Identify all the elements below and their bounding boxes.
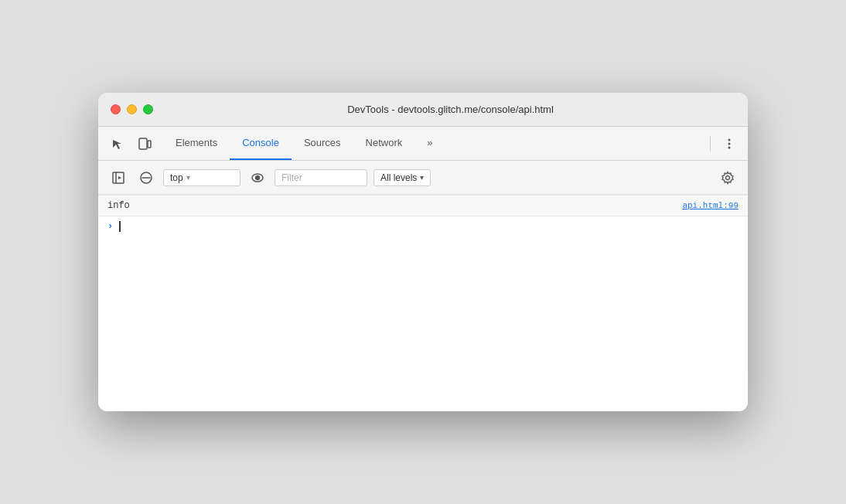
devtools-window: DevTools - devtools.glitch.me/console/ap… <box>98 93 748 411</box>
tab-elements[interactable]: Elements <box>163 127 230 160</box>
filter-input[interactable]: Filter <box>275 169 367 186</box>
maximize-button[interactable] <box>143 104 153 114</box>
levels-arrow: ▾ <box>420 173 424 182</box>
svg-point-4 <box>728 146 731 148</box>
svg-point-3 <box>728 142 731 145</box>
console-toolbar: top ▾ Filter All levels ▾ <box>98 161 748 195</box>
levels-dropdown[interactable]: All levels ▾ <box>374 169 431 186</box>
tab-separator <box>710 136 711 152</box>
sidebar-toggle-button[interactable] <box>107 167 129 189</box>
tabbar-right <box>707 127 742 160</box>
clear-console-button[interactable] <box>135 167 157 189</box>
tabbar: Elements Console Sources Network » <box>98 127 748 161</box>
tab-more[interactable]: » <box>414 127 445 160</box>
console-entry-source[interactable]: api.html:99 <box>682 199 739 213</box>
console-output: info api.html:99 › <box>98 195 748 411</box>
svg-rect-0 <box>139 138 147 149</box>
context-arrow: ▾ <box>186 173 190 182</box>
tab-network[interactable]: Network <box>353 127 415 160</box>
tabs: Elements Console Sources Network » <box>163 127 701 160</box>
context-selector[interactable]: top ▾ <box>163 169 240 186</box>
svg-point-12 <box>726 175 730 179</box>
eye-button[interactable] <box>247 167 268 189</box>
console-input-row[interactable]: › <box>98 216 748 237</box>
svg-point-2 <box>728 138 731 141</box>
filter-placeholder: Filter <box>281 172 302 183</box>
close-button[interactable] <box>111 104 121 114</box>
tabbar-tools <box>104 127 157 160</box>
more-menu-button[interactable] <box>717 131 742 156</box>
svg-rect-1 <box>148 141 151 148</box>
titlebar: DevTools - devtools.glitch.me/console/ap… <box>98 93 748 127</box>
svg-marker-7 <box>118 176 121 179</box>
text-cursor <box>119 221 121 232</box>
tab-console[interactable]: Console <box>230 127 292 160</box>
device-toggle-button[interactable] <box>132 131 157 156</box>
window-title: DevTools - devtools.glitch.me/console/ap… <box>165 104 735 115</box>
svg-point-11 <box>256 175 260 179</box>
settings-button[interactable] <box>717 167 739 189</box>
prompt-arrow: › <box>107 220 113 233</box>
cursor-line <box>119 221 121 232</box>
traffic-lights <box>111 104 153 114</box>
minimize-button[interactable] <box>127 104 137 114</box>
levels-label: All levels <box>380 172 417 183</box>
console-entry-content: info <box>107 199 682 213</box>
context-value: top <box>170 172 183 183</box>
console-entry-0: info api.html:99 <box>98 195 748 216</box>
select-element-button[interactable] <box>104 131 129 156</box>
tab-sources[interactable]: Sources <box>292 127 353 160</box>
